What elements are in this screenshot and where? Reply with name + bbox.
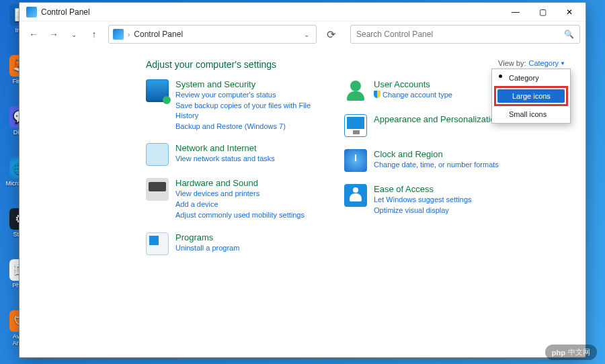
category-link[interactable]: Review your computer's status [175,90,314,100]
up-button[interactable]: ↑ [85,26,103,43]
category-clock-and-region: Clock and Region Change date, time, or n… [344,149,546,172]
address-bar[interactable]: › Control Panel ⌄ [108,25,317,44]
accessibility-icon [344,184,367,207]
category-link[interactable]: Let Windows suggest settings [374,195,472,205]
control-panel-icon [113,29,124,40]
chevron-down-icon: ▼ [560,60,565,66]
globe-network-icon [146,143,169,166]
category-title[interactable]: User Accounts [374,79,452,89]
highlight-box: Large icons [494,86,568,106]
left-column: System and Security Review your computer… [146,79,314,351]
category-link[interactable]: Optimize visual display [374,206,472,216]
category-network-and-internet: Network and Internet View network status… [146,143,314,166]
category-ease-of-access: Ease of Access Let Windows suggest setti… [344,184,546,216]
forward-button[interactable]: → [45,26,63,43]
control-panel-window: Control Panel ― ▢ ✕ ← → ⌄ ↑ › Control Pa… [19,2,586,358]
category-link[interactable]: View network status and tasks [175,154,275,164]
close-button[interactable]: ✕ [556,3,583,21]
recent-locations-button[interactable]: ⌄ [65,26,83,43]
page-heading: Adjust your computer's settings [146,59,276,70]
address-dropdown-button[interactable]: ⌄ [301,30,312,40]
category-link[interactable]: Backup and Restore (Windows 7) [175,122,314,132]
category-title[interactable]: Programs [175,232,239,242]
category-title[interactable]: Hardware and Sound [175,178,305,188]
category-title[interactable]: Clock and Region [374,149,499,159]
content-pane: Adjust your computer's settings View by:… [19,47,586,357]
bullet-icon [499,75,502,78]
clock-icon [344,149,367,172]
uac-shield-icon [374,91,380,98]
search-icon: 🔍 [564,30,574,39]
category-title[interactable]: Network and Internet [175,143,275,153]
chevron-right-icon: › [128,31,130,38]
titlebar: Control Panel ― ▢ ✕ [19,3,586,21]
category-programs: Programs Uninstall a program [146,232,314,255]
search-placeholder: Search Control Panel [356,30,433,39]
category-system-and-security: System and Security Review your computer… [146,79,314,131]
view-by-control: View by: Category▼ [498,59,565,67]
search-input[interactable]: Search Control Panel 🔍 [350,25,580,44]
category-link[interactable]: Change account type [374,90,452,100]
printer-icon [146,178,169,201]
view-by-label: View by: [498,59,526,67]
minimize-button[interactable]: ― [502,3,529,21]
back-button[interactable]: ← [25,26,42,43]
maximize-button[interactable]: ▢ [529,3,556,21]
window-title: Control Panel [41,7,502,17]
category-link[interactable]: Add a device [175,199,305,210]
category-title[interactable]: Ease of Access [374,184,472,194]
viewby-option-category[interactable]: Category [494,71,568,85]
viewby-option-small-icons[interactable]: Small icons [494,107,568,121]
category-link[interactable]: View devices and printers [175,189,305,199]
monitor-icon [344,114,367,137]
programs-icon [146,232,169,255]
view-by-dropdown-button[interactable]: Category▼ [528,59,565,67]
category-title[interactable]: System and Security [175,79,314,89]
category-title[interactable]: Appearance and Personalization [374,114,500,124]
category-link[interactable]: Change date, time, or number formats [374,160,499,170]
refresh-button[interactable]: ⟳ [322,26,339,43]
category-link[interactable]: Adjust commonly used mobility settings [175,210,305,220]
control-panel-icon [26,7,37,17]
category-hardware-and-sound: Hardware and Sound View devices and prin… [146,178,314,220]
viewby-option-large-icons[interactable]: Large icons [497,89,565,103]
view-by-dropdown-menu: Category Large icons Small icons [491,69,571,124]
nav-toolbar: ← → ⌄ ↑ › Control Panel ⌄ ⟳ Search Contr… [19,21,586,47]
watermark: phpphp 中文网中文网 [545,345,597,360]
breadcrumb[interactable]: Control Panel [134,30,183,39]
user-icon [344,79,367,102]
category-link[interactable]: Save backup copies of your files with Fi… [175,101,314,121]
category-link[interactable]: Uninstall a program [175,243,239,253]
shield-icon [146,79,169,102]
